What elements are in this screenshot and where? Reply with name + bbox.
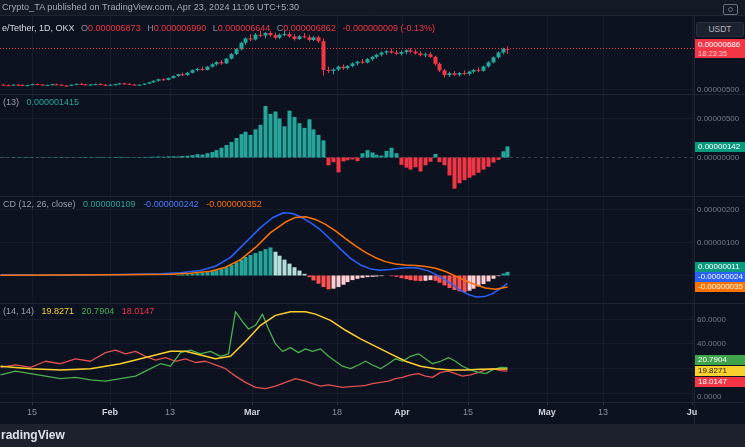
macd-line-value: -0.000000242: [143, 199, 199, 209]
stoch-yellow-value: 19.8271: [42, 306, 75, 316]
symbol-name[interactable]: e/Tether, 1D, OKX: [2, 23, 75, 33]
price-axis-label: 0.00000100: [697, 238, 745, 247]
macd-hist-axis-label: 0.00000011: [695, 262, 745, 272]
time-tick-label: 15: [451, 407, 485, 417]
currency-button[interactable]: USDT: [696, 22, 744, 37]
last-price-value: 0.00000686: [698, 40, 745, 49]
price-axis-label: 0.00000500: [697, 114, 745, 123]
publish-info: Crypto_TA published on TradingView.com, …: [2, 2, 299, 12]
time-tick-label: Apr: [385, 407, 419, 417]
bar-countdown: 18:23:35: [698, 49, 745, 58]
time-tick-label: 13: [586, 407, 620, 417]
macd-line-axis-label: -0.00000024: [695, 272, 745, 282]
stoch-indicator-name[interactable]: (14, 14): [3, 306, 34, 316]
time-tick-label: 13: [153, 407, 187, 417]
pane4-title: (14, 14) 19.8271 20.7904 18.0147: [3, 306, 159, 316]
time-tick-label: Ju: [675, 407, 709, 417]
price-axis-label: 0.0000: [697, 392, 745, 401]
ohlc-high-value: 0.000006990: [154, 23, 207, 33]
macd-indicator-name[interactable]: CD (12, 26, close): [3, 199, 76, 209]
price-axis-label: 40.0000: [697, 339, 745, 348]
price-axis-label: 0.00000200: [697, 205, 745, 214]
last-price-label: 0.00000686 18:23:35: [695, 39, 745, 58]
price-axis-label: 60.0000: [697, 315, 745, 324]
stoch-red-value: 18.0147: [122, 306, 155, 316]
chart-canvas[interactable]: [0, 0, 745, 447]
pane2-indicator-name[interactable]: (13): [3, 97, 19, 107]
stoch-green-axis-label: 20.7904: [695, 355, 745, 365]
time-tick-label: Feb: [93, 407, 127, 417]
price-axis-label: 0.00000500: [697, 85, 745, 94]
pane3-title: CD (12, 26, close) 0.000000109 -0.000000…: [3, 199, 267, 209]
ohlc-close-value: 0.000006862: [283, 23, 336, 33]
pane2-title: (13) 0.000001415: [3, 97, 84, 107]
stoch-green-value: 20.7904: [82, 306, 115, 316]
tradingview-snapshot: Crypto_TA published on TradingView.com, …: [0, 0, 745, 447]
price-axis-label: 0.00000000: [697, 153, 745, 162]
symbol-status-line: e/Tether, 1D, OKX O0.000006873 H0.000006…: [2, 23, 435, 33]
time-tick-label: 18: [320, 407, 354, 417]
stoch-red-axis-label: 18.0147: [695, 377, 745, 387]
tradingview-attribution[interactable]: radingView: [1, 428, 65, 442]
time-tick-label: 15: [15, 407, 49, 417]
stoch-yellow-axis-label: 19.8271: [695, 366, 745, 376]
macd-signal-value: -0.000000352: [206, 199, 262, 209]
pane2-axis-label: 0.00000142: [695, 142, 745, 152]
time-tick-label: May: [530, 407, 564, 417]
change-value: -0.000000009 (-0.13%): [342, 23, 435, 33]
pane2-indicator-value: 0.000001415: [27, 97, 80, 107]
ohlc-open-value: 0.000006873: [88, 23, 141, 33]
camera-icon[interactable]: [723, 4, 738, 15]
macd-hist-value: 0.000000109: [83, 199, 136, 209]
macd-signal-axis-label: -0.00000035: [695, 282, 745, 292]
ohlc-low-value: 0.000006644: [218, 23, 271, 33]
time-tick-label: Mar: [235, 407, 269, 417]
